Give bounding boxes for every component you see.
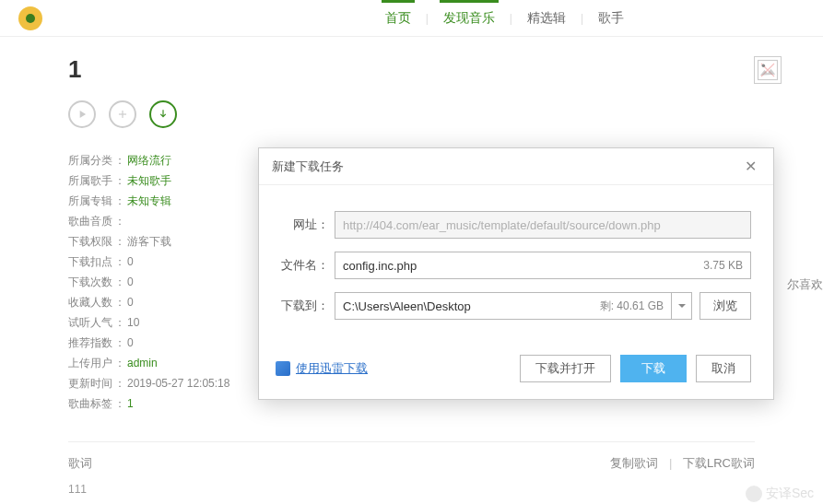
watermark: 安译Sec — [746, 486, 814, 502]
download-lrc[interactable]: 下载LRC歌词 — [683, 456, 755, 470]
nav-home[interactable]: 首页 — [370, 10, 426, 27]
saveto-dropdown[interactable] — [672, 292, 692, 320]
thunder-link[interactable]: 使用迅雷下载 — [276, 360, 368, 377]
remaining-text: 剩: 40.61 GB — [600, 299, 664, 314]
download-button[interactable] — [149, 100, 177, 128]
filesize-text: 3.75 KB — [703, 259, 743, 272]
tag-link[interactable]: 1 — [127, 397, 134, 410]
song-title: 1 — [68, 55, 755, 84]
filename-input[interactable]: config.inc.php — [343, 259, 703, 273]
url-input[interactable]: http://404.com/ear_music/template/defaul… — [343, 218, 743, 232]
download-confirm-button[interactable]: 下载 — [620, 355, 687, 382]
download-open-button[interactable]: 下载并打开 — [520, 355, 611, 382]
saveto-label: 下载到： — [276, 298, 335, 314]
watermark-icon — [746, 486, 762, 502]
uploader-link[interactable]: admin — [127, 357, 158, 369]
url-label: 网址： — [276, 217, 335, 233]
lyric-heading: 歌词 — [68, 455, 92, 472]
lyric-content: 111 — [68, 483, 755, 496]
close-icon[interactable]: ✕ — [741, 156, 760, 177]
browse-button[interactable]: 浏览 — [700, 292, 751, 320]
artist-link[interactable]: 未知歌手 — [127, 174, 171, 187]
top-nav: 首页 | 发现音乐 | 精选辑 | 歌手 — [370, 10, 823, 27]
copy-lyrics[interactable]: 复制歌词 — [610, 456, 658, 470]
thunder-icon — [276, 361, 290, 376]
filename-label: 文件名： — [276, 257, 335, 274]
logo-icon — [18, 6, 42, 30]
album-link[interactable]: 未知专辑 — [127, 194, 171, 207]
add-button[interactable] — [109, 100, 136, 128]
play-button[interactable] — [68, 100, 96, 128]
partial-side-text: 尔喜欢 — [787, 276, 823, 293]
nav-albums[interactable]: 精选辑 — [512, 10, 581, 27]
download-dialog: 新建下载任务 ✕ 网址： http://404.com/ear_music/te… — [258, 147, 774, 400]
cancel-button[interactable]: 取消 — [696, 355, 751, 382]
saveto-input[interactable]: C:\Users\Aleen\Desktop — [343, 299, 600, 313]
nav-artists[interactable]: 歌手 — [583, 10, 639, 27]
nav-discover[interactable]: 发现音乐 — [429, 10, 510, 27]
category-link[interactable]: 网络流行 — [127, 154, 171, 167]
dialog-title: 新建下载任务 — [272, 158, 344, 175]
